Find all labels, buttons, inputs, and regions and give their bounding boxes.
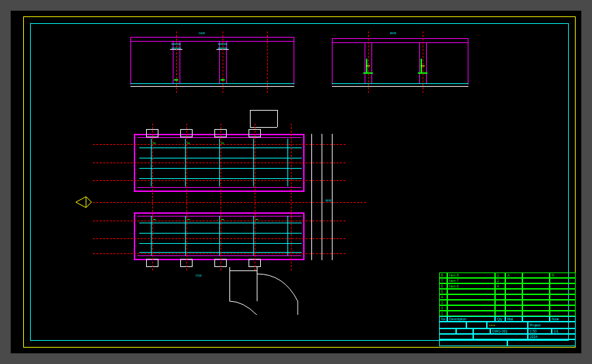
dim-label: 7200 (195, 274, 201, 277)
plan-view: 7200 1800 (93, 110, 366, 301)
dim-label: 1800 (325, 199, 331, 202)
road-curve (229, 267, 311, 322)
drawing-canvas[interactable]: 2400 3600 (10, 10, 582, 354)
dim-label: 2400 (199, 31, 205, 35)
section-marker (72, 195, 93, 209)
section-a: 2400 (130, 31, 294, 96)
section-b: 3600 (332, 31, 468, 96)
title-block: 8 Item 8 1 A N 7 Item 7 2 6 Item 6 4 5 4 (439, 272, 576, 348)
dim-label: 3600 (390, 31, 396, 35)
cad-viewport: 2400 3600 (0, 0, 592, 364)
